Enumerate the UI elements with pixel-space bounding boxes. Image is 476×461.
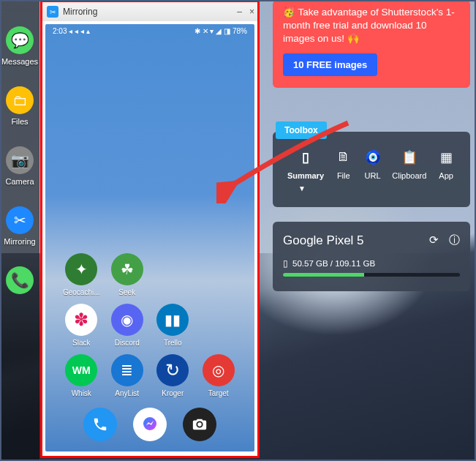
device-name: Google Pixel 5 xyxy=(283,233,364,248)
refresh-button[interactable]: ⟳ xyxy=(429,233,439,247)
app-grid: ✦Geocachi... ☘Seek ✽Slack ◉Discord ▮▮Tre… xyxy=(45,253,254,397)
minimize-button[interactable]: – xyxy=(237,7,242,17)
app-kroger[interactable]: ↻Kroger xyxy=(150,354,196,397)
window-title: Mirroring xyxy=(63,7,97,17)
toolbox-panel: ▯Summary 🗎File 🧿URL 📋Clipboard ▦App ▼ xyxy=(273,132,470,207)
mirroring-window: ✂ Mirroring – × 2:03 ◂ ◂ ◂ ▴ ✱ ✕ ▾ ◢ ◨ 7… xyxy=(40,0,260,458)
taskbar-label: Mirroring xyxy=(4,237,35,246)
app-slack[interactable]: ✽Slack xyxy=(58,304,105,347)
kroger-icon: ↻ xyxy=(156,354,189,386)
geocaching-icon: ✦ xyxy=(65,253,97,285)
taskbar-item-camera[interactable]: 📷 Camera xyxy=(0,146,39,186)
toolbox-tag: Toolbox xyxy=(276,121,327,139)
taskbar-label: Messages xyxy=(1,57,38,66)
info-button[interactable]: ⓘ xyxy=(449,233,460,247)
storage-fill xyxy=(283,273,364,277)
file-icon: 🗎 xyxy=(334,148,353,167)
camera-icon: 📷 xyxy=(6,146,34,174)
summary-icon: ▯ xyxy=(296,148,315,167)
tool-app[interactable]: ▦App xyxy=(437,148,456,180)
app-seek[interactable]: ☘Seek xyxy=(105,253,151,296)
app-geocaching[interactable]: ✦Geocachi... xyxy=(58,253,105,296)
status-battery: 78% xyxy=(233,27,247,35)
slack-icon: ✽ xyxy=(65,304,97,336)
phone-screen[interactable]: 2:03 ◂ ◂ ◂ ▴ ✱ ✕ ▾ ◢ ◨ 78% ✦Geocachi... … xyxy=(45,24,254,451)
dock-phone[interactable] xyxy=(83,408,117,441)
app-discord[interactable]: ◉Discord xyxy=(105,304,151,347)
app-anylist[interactable]: ≣AnyList xyxy=(105,354,151,397)
promo-button[interactable]: 10 FREE images xyxy=(283,53,377,76)
discord-icon: ◉ xyxy=(111,304,143,336)
taskbar: 💬 Messages 🗀 Files 📷 Camera ✂ Mirroring … xyxy=(0,0,39,461)
url-icon: 🧿 xyxy=(363,148,382,167)
app-trello[interactable]: ▮▮Trello xyxy=(150,304,196,347)
titlebar[interactable]: ✂ Mirroring – × xyxy=(42,2,257,21)
phone-icon: 📞 xyxy=(6,266,34,294)
phone-statusbar: 2:03 ◂ ◂ ◂ ▴ ✱ ✕ ▾ ◢ ◨ 78% xyxy=(45,24,254,38)
taskbar-item-files[interactable]: 🗀 Files xyxy=(0,86,39,126)
taskbar-item-messages[interactable]: 💬 Messages xyxy=(0,26,39,66)
folder-icon: 🗀 xyxy=(6,86,34,114)
taskbar-item-mirroring[interactable]: ✂ Mirroring xyxy=(0,206,39,246)
promo-card: 🥳 Take advantage of Shutterstock's 1-mon… xyxy=(273,0,470,88)
seek-icon: ☘ xyxy=(111,253,143,285)
app-whisk[interactable]: WMWhisk xyxy=(58,354,105,397)
app-grid-icon: ▦ xyxy=(437,148,456,167)
app-icon: ✂ xyxy=(47,6,58,18)
taskbar-label: Camera xyxy=(5,177,34,186)
tool-clipboard[interactable]: 📋Clipboard xyxy=(392,148,426,180)
trello-icon: ▮▮ xyxy=(156,304,189,336)
dock-messenger[interactable] xyxy=(133,408,167,441)
storage-bar xyxy=(283,273,460,277)
message-icon: 💬 xyxy=(6,26,34,54)
dock-camera[interactable] xyxy=(183,408,216,441)
tool-file[interactable]: 🗎File xyxy=(334,148,353,180)
status-icons: ✱ ✕ ▾ ◢ ◨ xyxy=(194,27,230,35)
phone-dock xyxy=(45,408,254,441)
active-caret-icon: ▼ xyxy=(144,184,460,192)
app-target[interactable]: ◎Target xyxy=(196,354,242,397)
close-button[interactable]: × xyxy=(249,7,254,17)
status-glyphs: ◂ ◂ ◂ ▴ xyxy=(69,27,89,35)
tool-summary[interactable]: ▯Summary xyxy=(287,148,324,180)
storage-icon: ▯ xyxy=(283,258,288,269)
status-time: 2:03 xyxy=(53,27,67,35)
taskbar-item-phone[interactable]: 📞 xyxy=(0,266,39,294)
whisk-icon: WM xyxy=(65,354,97,386)
clipboard-icon: 📋 xyxy=(400,148,419,167)
scissors-icon: ✂ xyxy=(6,206,34,234)
device-panel: Google Pixel 5 ⟳ ⓘ ▯ 50.57 GB / 109.11 G… xyxy=(273,222,470,291)
storage-text: 50.57 GB / 109.11 GB xyxy=(292,259,375,268)
anylist-icon: ≣ xyxy=(111,354,143,386)
taskbar-label: Files xyxy=(11,117,28,126)
target-icon: ◎ xyxy=(203,354,235,386)
tool-url[interactable]: 🧿URL xyxy=(363,148,382,180)
promo-text: 🥳 Take advantage of Shutterstock's 1-mon… xyxy=(283,6,460,46)
